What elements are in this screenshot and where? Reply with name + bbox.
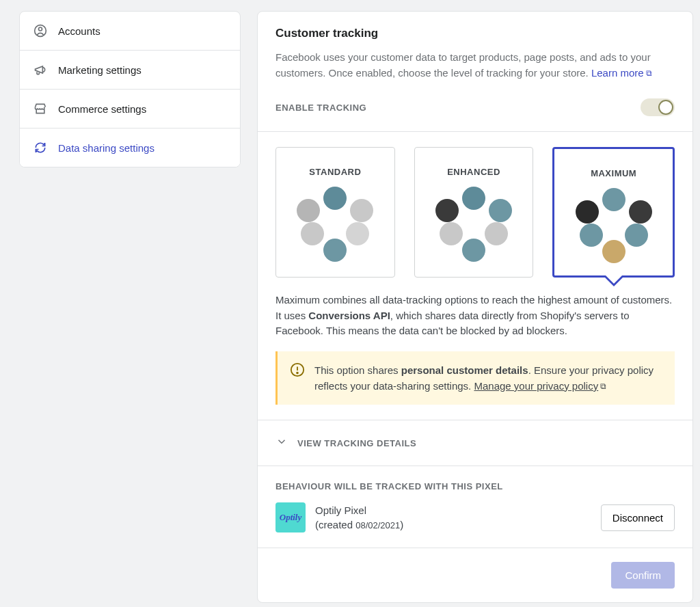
page-title: Customer tracking xyxy=(275,27,675,40)
pixel-heading: BEHAVIOUR WILL BE TRACKED WITH THIS PIXE… xyxy=(275,481,675,491)
sidebar-item-label: Data sharing settings xyxy=(58,142,154,154)
pixel-info: Optily Pixel (created 08/02/2021) xyxy=(315,503,591,532)
enable-tracking-toggle[interactable] xyxy=(641,98,675,116)
sidebar-item-accounts[interactable]: Accounts xyxy=(20,12,240,51)
chevron-down-icon xyxy=(275,435,288,450)
avatar-group-icon xyxy=(294,187,376,262)
card-title: MAXIMUM xyxy=(561,168,666,178)
manage-privacy-policy-link[interactable]: Manage your privacy policy⧉ xyxy=(474,380,606,392)
external-link-icon: ⧉ xyxy=(600,380,606,393)
sidebar-item-marketing[interactable]: Marketing settings xyxy=(20,51,240,90)
pixel-logo: Optily xyxy=(275,502,306,532)
card-title: STANDARD xyxy=(283,167,388,177)
warning-icon xyxy=(290,362,305,377)
tracking-card-maximum[interactable]: MAXIMUM xyxy=(552,147,675,278)
tracking-level-cards: STANDARD ENHANCED xyxy=(258,132,692,284)
settings-sidebar: Accounts Marketing settings Commerce set… xyxy=(19,11,241,167)
sidebar-item-label: Marketing settings xyxy=(58,64,142,76)
external-link-icon: ⧉ xyxy=(646,67,652,79)
sidebar-item-label: Accounts xyxy=(58,25,100,37)
card-title: ENHANCED xyxy=(422,167,526,177)
main-panel: Customer tracking Facebook uses your cus… xyxy=(257,11,693,603)
sidebar-item-data-sharing[interactable]: Data sharing settings xyxy=(20,129,240,167)
toggle-knob xyxy=(658,100,673,115)
sidebar-item-commerce[interactable]: Commerce settings xyxy=(20,90,240,129)
tracking-card-enhanced[interactable]: ENHANCED xyxy=(414,147,534,278)
tracking-card-standard[interactable]: STANDARD xyxy=(275,147,395,278)
avatar-group-icon xyxy=(433,187,515,262)
sidebar-item-label: Commerce settings xyxy=(58,103,146,115)
enable-tracking-label: ENABLE TRACKING xyxy=(275,103,366,113)
selected-card-description: Maximum combines all data-tracking optio… xyxy=(258,284,692,339)
disconnect-button[interactable]: Disconnect xyxy=(601,504,675,531)
megaphone-icon xyxy=(33,63,47,77)
sync-icon xyxy=(33,141,47,154)
learn-more-link[interactable]: Learn more⧉ xyxy=(591,67,652,79)
avatar-group-icon xyxy=(573,188,655,263)
pixel-name: Optily Pixel xyxy=(315,503,591,517)
svg-point-1 xyxy=(39,27,42,31)
page-description: Facebook uses your customer data to targ… xyxy=(275,50,675,81)
svg-point-4 xyxy=(297,372,298,373)
store-icon xyxy=(33,102,47,116)
user-circle-icon xyxy=(33,24,47,38)
view-tracking-details-accordion[interactable]: VIEW TRACKING DETAILS xyxy=(258,420,692,466)
footer: Confirm xyxy=(258,548,692,602)
accordion-label: VIEW TRACKING DETAILS xyxy=(297,438,416,448)
privacy-warning-banner: This option shares personal customer det… xyxy=(275,351,675,405)
pixel-section: BEHAVIOUR WILL BE TRACKED WITH THIS PIXE… xyxy=(258,466,692,548)
confirm-button[interactable]: Confirm xyxy=(611,562,675,589)
